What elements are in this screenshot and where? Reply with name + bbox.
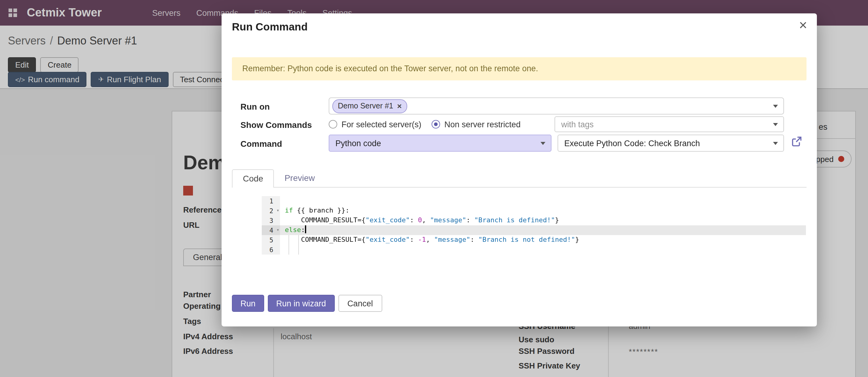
editor-line-number[interactable]: 4▾: [262, 225, 280, 235]
command-type-value: Python code: [335, 139, 381, 148]
editor-row[interactable]: 2▾if {{ branch }}:: [262, 206, 806, 215]
code-editor[interactable]: 12▾if {{ branch }}:3 COMMAND_RESULT={"ex…: [262, 196, 806, 255]
tab-code[interactable]: Code: [232, 169, 274, 187]
modal-footer: Run Run in wizard Cancel: [232, 295, 382, 312]
command-type-select[interactable]: Python code: [329, 135, 552, 152]
text-cursor: [305, 225, 306, 233]
indent-guide: [288, 235, 289, 245]
code-line[interactable]: if {{ branch }}:: [280, 206, 806, 215]
radio-for-selected-servers-label[interactable]: For selected server(s): [341, 120, 422, 129]
cancel-button[interactable]: Cancel: [338, 295, 382, 312]
editor-row[interactable]: 6: [262, 245, 806, 255]
close-icon[interactable]: ×: [799, 17, 807, 33]
command-select[interactable]: Execute Python Code: Check Branch: [558, 135, 784, 152]
editor-row[interactable]: 4▾else:: [262, 225, 806, 235]
editor-line-number[interactable]: 5: [262, 235, 280, 245]
indent-guide: [298, 235, 299, 245]
editor-line-number[interactable]: 2▾: [262, 206, 280, 215]
run-button[interactable]: Run: [232, 295, 264, 312]
editor-line-number[interactable]: 1: [262, 196, 280, 206]
warning-alert: Remember: Python code is executed on the…: [232, 57, 807, 80]
tag-remove-icon[interactable]: ✕: [397, 103, 402, 109]
code-line[interactable]: COMMAND_RESULT={"exit_code": 0, "message…: [280, 215, 806, 225]
dropdown-caret-icon: [773, 105, 778, 108]
server-tag-label: Demo Server #1: [338, 102, 393, 110]
run-on-label: Run on: [241, 102, 270, 112]
editor-row[interactable]: 3 COMMAND_RESULT={"exit_code": 0, "messa…: [262, 215, 806, 225]
code-line[interactable]: [280, 245, 806, 255]
show-commands-label: Show Commands: [241, 120, 312, 130]
editor-row[interactable]: 1: [262, 196, 806, 206]
command-value: Execute Python Code: Check Branch: [564, 139, 700, 148]
modal-title: Run Command: [232, 21, 308, 33]
command-label: Command: [241, 139, 282, 149]
radio-non-server-restricted-label[interactable]: Non server restricted: [444, 120, 521, 129]
editor-line-number[interactable]: 6: [262, 245, 280, 255]
server-tag[interactable]: Demo Server #1 ✕: [332, 99, 407, 113]
dropdown-caret-icon: [540, 142, 546, 145]
run-on-field[interactable]: Demo Server #1 ✕: [329, 97, 784, 115]
tab-preview[interactable]: Preview: [274, 169, 326, 187]
code-line[interactable]: COMMAND_RESULT={"exit_code": -1, "messag…: [280, 235, 806, 245]
code-line[interactable]: else:: [280, 225, 806, 235]
code-line[interactable]: [280, 196, 806, 206]
run-command-modal: Run Command × Remember: Python code is e…: [222, 13, 817, 326]
with-tags-placeholder: with tags: [561, 120, 594, 129]
dropdown-caret-icon: [773, 123, 778, 126]
modal-tabs: Code Preview: [232, 169, 807, 187]
indent-guide: [298, 245, 299, 255]
with-tags-select[interactable]: with tags: [555, 116, 784, 132]
screen: Cetmix Tower Servers Commands Files Tool…: [0, 0, 868, 377]
external-link-icon[interactable]: [791, 137, 802, 149]
dropdown-caret-icon: [773, 142, 778, 145]
radio-for-selected-servers[interactable]: [329, 120, 337, 128]
radio-non-server-restricted[interactable]: [432, 120, 440, 128]
editor-line-number[interactable]: 3: [262, 215, 280, 225]
indent-guide: [288, 245, 289, 255]
fold-caret-icon[interactable]: ▾: [276, 225, 279, 235]
editor-row[interactable]: 5 COMMAND_RESULT={"exit_code": -1, "mess…: [262, 235, 806, 245]
run-in-wizard-button[interactable]: Run in wizard: [268, 295, 335, 312]
fold-caret-icon[interactable]: ▾: [276, 206, 279, 215]
